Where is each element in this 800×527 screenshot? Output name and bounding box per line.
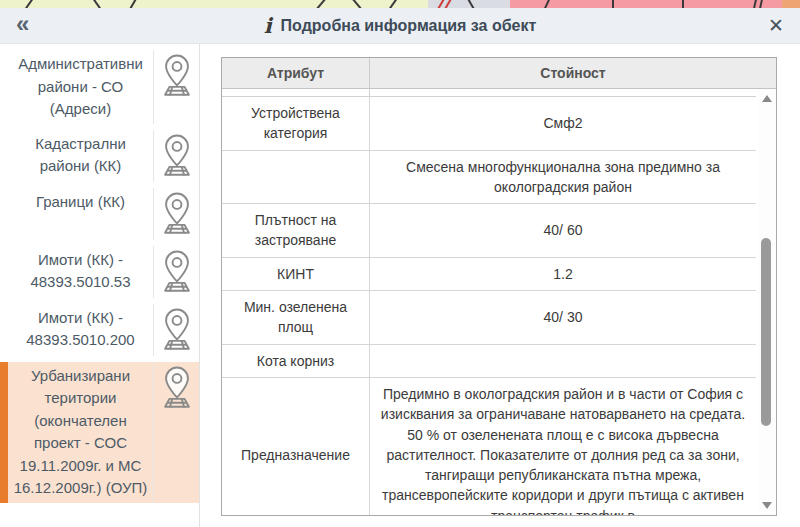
close-icon[interactable]: ✕ [768, 16, 784, 35]
table-row: Смесена многофункционална зона предимно … [222, 151, 756, 205]
map-area-pink [510, 0, 782, 8]
value-cell: 40/ 30 [370, 291, 756, 344]
map-area-orange [782, 0, 800, 8]
map-pin-icon [153, 188, 199, 240]
collapse-panel-icon[interactable]: « [16, 12, 29, 36]
sidebar-layer-item[interactable]: Урбанизирани територии (окончателен прое… [0, 362, 199, 503]
scroll-up-arrow[interactable] [762, 95, 772, 102]
sidebar-layer-label: Граници (КК) [0, 188, 153, 217]
sidebar-layer-label: Имоти (КК) - 48393.5010.53 [0, 246, 153, 297]
sidebar-layer-item[interactable]: Граници (КК) [0, 188, 199, 240]
layers-sidebar: Административни райони - СО (Адреси) [0, 44, 200, 527]
column-header-attribute: Атрибут [222, 58, 370, 88]
value-cell [370, 345, 756, 377]
value-cell: 1.2 [370, 258, 756, 290]
table-rows: Устройствена категория Смф2 Смесена мног… [222, 97, 756, 515]
selected-indicator-bar [0, 362, 8, 503]
panel-title-group: i Подробна информация за обект [0, 15, 800, 36]
partially-scrolled-row [222, 89, 756, 97]
table-scrollbar[interactable] [758, 89, 776, 515]
table-row: Предназначение Предимно в околоградския … [222, 378, 756, 515]
map-pin-icon [153, 50, 199, 124]
panel-body: Административни райони - СО (Адреси) [0, 44, 800, 527]
panel-header: « i Подробна информация за обект ✕ [0, 8, 800, 44]
scrollbar-thumb[interactable] [761, 238, 771, 425]
attribute-cell: Плътност на застрояване [222, 204, 370, 257]
attribute-cell: Предназначение [222, 378, 370, 515]
table-row: Кота корниз [222, 345, 756, 378]
map-pin-icon [153, 130, 199, 182]
value-cell: Предимно в околоградския район и в части… [370, 378, 756, 515]
table-row: Устройствена категория Смф2 [222, 97, 756, 151]
table-body: Устройствена категория Смф2 Смесена мног… [222, 89, 776, 515]
map-pin-icon [153, 362, 199, 503]
map-pin-icon [153, 246, 199, 298]
table-row: КИНТ 1.2 [222, 258, 756, 291]
table-row: Плътност на застрояване 40/ 60 [222, 204, 756, 258]
value-cell: Смесена многофункционална зона предимно … [370, 151, 756, 204]
sidebar-layer-label: Имоти (КК) - 48393.5010.200 [0, 304, 153, 355]
info-panel-screen: « i Подробна информация за обект ✕ Админ… [0, 0, 800, 527]
attribute-cell: КИНТ [222, 258, 370, 290]
info-icon: i [264, 15, 272, 36]
map-pin-icon [153, 304, 199, 356]
content-area: Атрибут Стойност Устройствена категория … [200, 44, 800, 527]
table-header-row: Атрибут Стойност [222, 58, 776, 89]
attribute-cell: Кота корниз [222, 345, 370, 377]
attribute-cell: Мин. озеленена площ [222, 291, 370, 344]
sidebar-layer-item[interactable]: Имоти (КК) - 48393.5010.200 [0, 304, 199, 356]
attribute-table: Атрибут Стойност Устройствена категория … [221, 57, 777, 516]
map-line [682, 0, 684, 8]
scroll-down-arrow[interactable] [762, 502, 772, 509]
attribute-cell [222, 151, 370, 204]
sidebar-layer-item[interactable]: Имоти (КК) - 48393.5010.53 [0, 246, 199, 298]
sidebar-layer-item[interactable]: Административни райони - СО (Адреси) [0, 50, 199, 124]
sidebar-layer-label: Урбанизирани територии (окончателен прое… [0, 362, 153, 503]
map-area-green [0, 0, 428, 8]
table-row: Мин. озеленена площ 40/ 30 [222, 291, 756, 345]
map-line [612, 0, 614, 8]
attribute-cell: Устройствена категория [222, 97, 370, 150]
sidebar-layer-label: Административни райони - СО (Адреси) [0, 50, 153, 124]
panel-title: Подробна информация за обект [281, 17, 537, 35]
value-cell: 40/ 60 [370, 204, 756, 257]
value-cell: Смф2 [370, 97, 756, 150]
sidebar-layer-item[interactable]: Кадастрални райони (КК) [0, 130, 199, 182]
column-header-value: Стойност [370, 58, 776, 88]
map-background-strip [0, 0, 800, 8]
sidebar-layer-label: Кадастрални райони (КК) [0, 130, 153, 181]
